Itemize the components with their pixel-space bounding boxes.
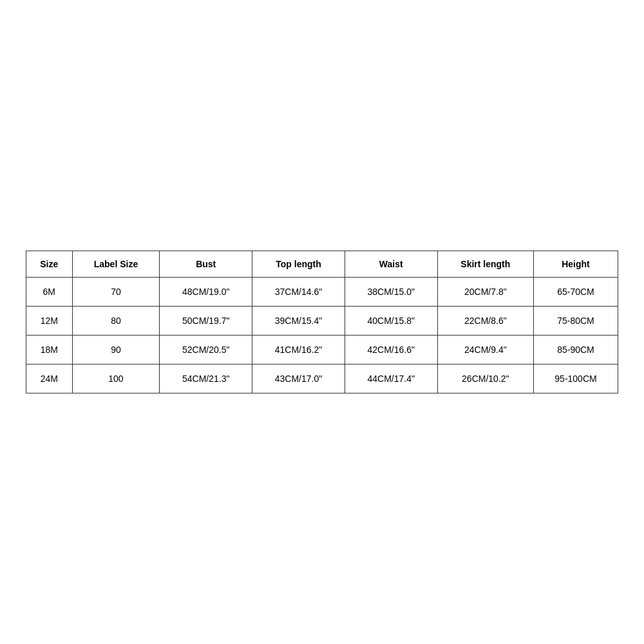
cell-top_length: 39CM/15.4" bbox=[252, 307, 345, 336]
cell-bust: 48CM/19.0" bbox=[160, 278, 252, 307]
cell-height: 65-70CM bbox=[534, 278, 618, 307]
cell-top_length: 43CM/17.0" bbox=[252, 365, 345, 393]
col-header-size: Size bbox=[26, 251, 73, 278]
cell-waist: 44CM/17.4" bbox=[345, 365, 437, 393]
size-chart-container: Size Label Size Bust Top length Waist Sk… bbox=[26, 251, 618, 393]
cell-label_size: 90 bbox=[72, 336, 160, 365]
cell-size: 12M bbox=[26, 307, 73, 336]
table-row: 24M10054CM/21.3"43CM/17.0"44CM/17.4"26CM… bbox=[26, 365, 618, 393]
cell-waist: 40CM/15.8" bbox=[345, 307, 437, 336]
cell-waist: 42CM/16.6" bbox=[345, 336, 437, 365]
cell-skirt_length: 26CM/10.2" bbox=[437, 365, 533, 393]
col-header-bust: Bust bbox=[160, 251, 252, 278]
cell-height: 75-80CM bbox=[534, 307, 618, 336]
cell-skirt_length: 24CM/9.4" bbox=[437, 336, 533, 365]
cell-height: 95-100CM bbox=[534, 365, 618, 393]
table-row: 18M9052CM/20.5"41CM/16.2"42CM/16.6"24CM/… bbox=[26, 336, 618, 365]
cell-label_size: 100 bbox=[72, 365, 160, 393]
table-header-row: Size Label Size Bust Top length Waist Sk… bbox=[26, 251, 618, 278]
cell-skirt_length: 22CM/8.6" bbox=[437, 307, 533, 336]
cell-waist: 38CM/15.0" bbox=[345, 278, 437, 307]
col-header-top-length: Top length bbox=[252, 251, 345, 278]
cell-bust: 52CM/20.5" bbox=[160, 336, 252, 365]
table-row: 6M7048CM/19.0"37CM/14.6"38CM/15.0"20CM/7… bbox=[26, 278, 618, 307]
cell-size: 6M bbox=[26, 278, 73, 307]
size-chart-table: Size Label Size Bust Top length Waist Sk… bbox=[26, 251, 618, 393]
cell-skirt_length: 20CM/7.8" bbox=[437, 278, 533, 307]
cell-bust: 50CM/19.7" bbox=[160, 307, 252, 336]
cell-top_length: 41CM/16.2" bbox=[252, 336, 345, 365]
col-header-skirt-length: Skirt length bbox=[437, 251, 533, 278]
cell-size: 18M bbox=[26, 336, 73, 365]
cell-top_length: 37CM/14.6" bbox=[252, 278, 345, 307]
table-row: 12M8050CM/19.7"39CM/15.4"40CM/15.8"22CM/… bbox=[26, 307, 618, 336]
col-header-waist: Waist bbox=[345, 251, 437, 278]
col-header-height: Height bbox=[534, 251, 618, 278]
cell-label_size: 80 bbox=[72, 307, 160, 336]
cell-size: 24M bbox=[26, 365, 73, 393]
col-header-label-size: Label Size bbox=[72, 251, 160, 278]
cell-bust: 54CM/21.3" bbox=[160, 365, 252, 393]
cell-height: 85-90CM bbox=[534, 336, 618, 365]
cell-label_size: 70 bbox=[72, 278, 160, 307]
